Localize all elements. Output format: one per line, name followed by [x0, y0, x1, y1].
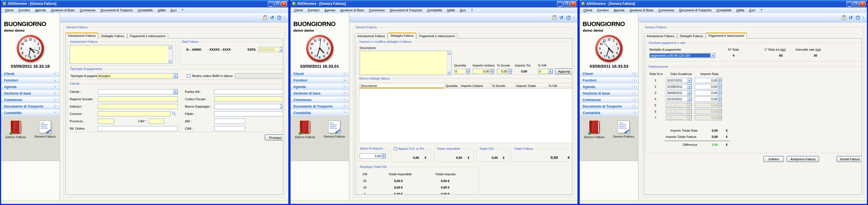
menu-fornitori[interactable]: Fornitori: [305, 8, 322, 12]
elenco-table-body[interactable]: [359, 89, 572, 143]
menu-esci[interactable]: Esci: [457, 8, 468, 12]
chevron-down-icon[interactable]: »: [54, 85, 58, 89]
menu-utilita[interactable]: Utilità: [445, 8, 458, 12]
chevron-down-icon[interactable]: »: [343, 98, 347, 102]
aggiungi-button[interactable]: Aggiungi: [555, 68, 572, 74]
applica-ra-checkbox[interactable]: [394, 147, 397, 150]
sidebar-item-commesse[interactable]: Commesse»: [580, 97, 638, 103]
dropdown-arrow-icon[interactable]: ▼: [687, 84, 691, 89]
importo-rata-stepper[interactable]: 0,00▴▾: [695, 78, 722, 83]
stepper-arrows-icon[interactable]: ▴▾: [718, 97, 721, 101]
menu-documenti-di-trasporto[interactable]: Documenti di Trasporto: [98, 8, 135, 12]
menu-agenda[interactable]: Agenda: [611, 8, 627, 12]
chevron-up-icon[interactable]: »: [54, 111, 58, 115]
dropdown-arrow-icon[interactable]: ▼: [687, 97, 691, 101]
sidebar-item-clienti[interactable]: Clienti»: [1, 71, 59, 77]
importo-unitario-stepper[interactable]: 0,00▴▾: [473, 69, 494, 74]
chevron-up-icon[interactable]: »: [632, 111, 637, 115]
title-bar[interactable]: ADGInvoice - [Genera Fattura] ▁ ❐ ×: [580, 0, 867, 7]
rif-ordine-input[interactable]: [98, 126, 178, 131]
menu-agenda[interactable]: Agenda: [33, 8, 49, 12]
sidebar-item-agenda[interactable]: Agenda»: [1, 84, 59, 90]
stepper-arrows-icon[interactable]: ▴▾: [508, 69, 512, 74]
paste-clipboard-icon[interactable]: [263, 16, 267, 20]
tab-dettaglio-fattura[interactable]: Dettaglio Fattura: [98, 33, 127, 38]
tab-pagamenti-rateizzazioni[interactable]: Pagamenti e rateizzazioni: [706, 33, 747, 38]
menu-fornitori[interactable]: Fornitori: [595, 8, 611, 12]
stepper-arrows-icon[interactable]: ▴▾: [718, 84, 721, 89]
sidebar-item-gestione-di-base[interactable]: Gestione di base»: [580, 90, 638, 96]
tab-pagamenti-rateizzazioni[interactable]: Pagamenti e rateizzazioni: [416, 33, 457, 38]
partita-iva-input[interactable]: [214, 89, 283, 94]
chevron-down-icon[interactable]: »: [343, 79, 347, 83]
menu-documenti-di-trasporto[interactable]: Documenti di Trasporto: [388, 8, 425, 12]
column-header-descrizione[interactable]: Descrizione: [360, 83, 444, 88]
ragione-sociale-input[interactable]: [98, 96, 178, 101]
chevron-down-icon[interactable]: »: [632, 105, 637, 109]
tipologia-pagamento-select[interactable]: Assegno ▼: [97, 74, 178, 79]
data-scadenza-select[interactable]: 30/09/2011▼: [666, 90, 692, 95]
column-header-sconto[interactable]: % Sconto: [491, 83, 515, 88]
importo-rata-stepper[interactable]: 0,00▴▾: [695, 96, 722, 101]
dropdown-arrow-icon[interactable]: ▼: [173, 74, 178, 78]
toolbar-overflow-icon[interactable]: ⋮: [572, 16, 576, 20]
sidebar-item-gestione-di-base[interactable]: Gestione di base»: [290, 90, 349, 96]
tab-intestazione-fattura[interactable]: Intestazione Fattura: [644, 33, 677, 38]
sidebar-item-commesse[interactable]: Commesse»: [290, 97, 349, 103]
chevron-down-icon[interactable]: »: [632, 85, 637, 89]
importo-rata-stepper[interactable]: 0,00▴▾: [695, 84, 722, 89]
chevron-down-icon[interactable]: »: [54, 91, 58, 96]
close-button[interactable]: ×: [860, 1, 865, 6]
vertical-scrollbar[interactable]: ▲▼: [168, 46, 172, 63]
comune-input[interactable]: [98, 111, 170, 116]
sidebar-item-clienti[interactable]: Clienti»: [580, 71, 638, 77]
iva-select[interactable]: 0▼: [538, 69, 553, 74]
indietro-button[interactable]: Indietro: [764, 156, 784, 162]
menu-utilita[interactable]: Utilità: [155, 8, 168, 12]
chevron-down-icon[interactable]: »: [54, 79, 58, 83]
column-header-importo-totale[interactable]: Importo Totale: [515, 83, 548, 88]
elenco-fatture-button[interactable]: Elenco Fatture: [3, 121, 28, 139]
chevron-down-icon[interactable]: »: [632, 72, 637, 76]
paste-clipboard-icon[interactable]: [553, 16, 556, 20]
dropdown-arrow-icon[interactable]: ▼: [280, 47, 283, 52]
genera-fattura-button[interactable]: Genera Fattura: [322, 121, 347, 138]
anteprima-fattura-button[interactable]: Anteprima Fattura: [787, 156, 819, 162]
sidebar-item-contabilita[interactable]: Contabilità»: [1, 110, 59, 116]
menu-gestione-di-base[interactable]: Gestione di Base: [627, 8, 656, 12]
menu-contabilita[interactable]: Contabilità: [135, 8, 155, 12]
cab-input[interactable]: [214, 126, 245, 131]
data-scadenza-select[interactable]: 31/07/2011▼: [666, 78, 692, 83]
column-header-quantita[interactable]: Quantita: [444, 83, 460, 88]
prosegui-button[interactable]: Prosegui: [265, 135, 283, 141]
dropdown-arrow-icon[interactable]: ▼: [548, 69, 553, 74]
dropdown-arrow-icon[interactable]: ▼: [173, 89, 178, 94]
column-header-importo-unitario[interactable]: Importo Unitario: [460, 83, 491, 88]
codice-fiscale-input[interactable]: [214, 96, 283, 101]
chevron-down-icon[interactable]: »: [632, 79, 637, 83]
stepper-arrows-icon[interactable]: ▴▾: [381, 154, 385, 158]
elenco-fatture-button[interactable]: Elenco Fatture: [292, 121, 317, 139]
dropdown-arrow-icon[interactable]: ▼: [710, 53, 715, 58]
genera-fattura-button[interactable]: Genera Fattura: [33, 121, 58, 138]
dropdown-arrow-icon[interactable]: ▼: [280, 104, 283, 109]
chevron-down-icon[interactable]: »: [54, 98, 58, 102]
undo-icon[interactable]: ↺: [270, 16, 274, 20]
tab-dettaglio-fattura[interactable]: Dettaglio Fattura: [388, 33, 416, 38]
minimize-button[interactable]: ▁: [557, 1, 563, 6]
sidebar-item-clienti[interactable]: Clienti»: [290, 71, 349, 77]
menu-fornitori[interactable]: Fornitori: [16, 8, 33, 12]
chevron-down-icon[interactable]: »: [343, 91, 347, 96]
title-bar[interactable]: ADGInvoice - [Genera Fattura] ▁ ❐ ×: [290, 0, 578, 7]
menu-contabilita[interactable]: Contabilità: [425, 8, 445, 12]
tab-intestazione-fattura[interactable]: Intestazione Fattura: [65, 33, 98, 38]
menu-clienti[interactable]: Clienti: [581, 8, 595, 12]
minimize-button[interactable]: ▁: [846, 1, 852, 6]
menu-gestione-di-base[interactable]: Gestione di Base: [338, 8, 367, 12]
stepper-arrows-icon[interactable]: ▴▾: [490, 69, 494, 74]
menu-commesse[interactable]: Commesse: [77, 8, 98, 12]
sidebar-item-commesse[interactable]: Commesse»: [1, 97, 59, 103]
menu-esci[interactable]: Esci: [168, 8, 179, 12]
banca-appoggio-select[interactable]: ▼: [214, 104, 283, 109]
chevron-up-icon[interactable]: »: [343, 111, 347, 115]
